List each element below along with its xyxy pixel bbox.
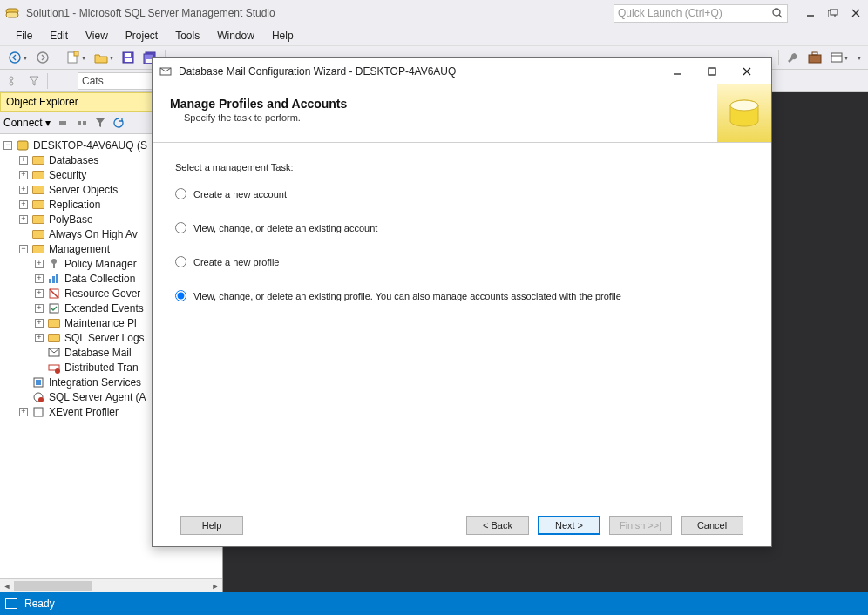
server-icon <box>16 139 30 152</box>
status-text: Ready <box>24 598 55 610</box>
menu-file[interactable]: File <box>7 27 41 44</box>
collapse-icon[interactable]: − <box>19 245 28 253</box>
connect-dropdown[interactable]: Connect ▾ <box>3 117 51 129</box>
expand-icon[interactable]: + <box>35 260 44 268</box>
tools-button[interactable] <box>783 48 803 67</box>
radio-input[interactable] <box>175 188 186 199</box>
expand-icon[interactable]: + <box>35 319 44 328</box>
scroll-right-arrow[interactable]: ► <box>209 581 221 591</box>
svg-rect-32 <box>52 276 55 283</box>
radio-view-account[interactable]: View, change, or delete an existing acco… <box>175 222 749 233</box>
radio-create-account[interactable]: Create a new account <box>175 188 749 199</box>
title-bar: Solution1 - Microsoft SQL Server Managem… <box>0 0 868 26</box>
svg-rect-19 <box>809 55 821 63</box>
folder-icon <box>47 317 61 329</box>
tree-label: DESKTOP-4AV6AUQ (S <box>33 139 147 152</box>
expand-icon[interactable]: + <box>19 156 28 165</box>
expand-icon[interactable]: + <box>19 171 28 179</box>
maximize-button[interactable] <box>826 6 840 20</box>
folder-icon <box>31 199 45 211</box>
tree-label: Policy Manager <box>64 258 137 270</box>
svg-rect-18 <box>146 59 152 63</box>
save-button[interactable] <box>119 48 138 67</box>
radio-input[interactable] <box>175 290 186 301</box>
radio-input[interactable] <box>175 222 186 233</box>
tree-label: Distributed Tran <box>64 362 139 374</box>
svg-rect-30 <box>53 263 55 268</box>
window-button[interactable]: ▾ <box>827 48 851 67</box>
expand-icon[interactable]: + <box>35 274 44 283</box>
tree-label: PolyBase <box>49 213 93 226</box>
cancel-button[interactable]: Cancel <box>681 516 743 535</box>
expand-icon[interactable]: + <box>19 408 28 416</box>
back-button[interactable]: < Back <box>466 516 529 535</box>
finish-button: Finish >>| <box>609 516 672 535</box>
svg-rect-26 <box>78 121 81 125</box>
dialog-header-subtitle: Specify the task to perform. <box>184 112 700 123</box>
svg-rect-31 <box>49 279 51 283</box>
svg-rect-1 <box>6 12 18 17</box>
overflow-button[interactable]: ▾ <box>854 51 865 65</box>
dialog-close-button[interactable] <box>729 59 764 84</box>
minimize-button[interactable] <box>804 6 817 20</box>
separator <box>47 73 48 89</box>
nav-back-button[interactable]: ▾ <box>4 48 31 67</box>
expand-icon[interactable]: + <box>19 215 28 224</box>
expand-icon[interactable]: + <box>35 304 44 313</box>
object-explorer-label: Object Explorer <box>6 96 78 108</box>
menu-edit[interactable]: Edit <box>41 27 77 44</box>
close-button[interactable] <box>849 6 863 20</box>
connect-icon[interactable] <box>54 113 71 132</box>
next-button[interactable]: Next > <box>538 516 600 535</box>
scroll-left-arrow[interactable]: ◄ <box>1 581 13 591</box>
toolbox-button[interactable] <box>804 48 825 67</box>
refresh-icon[interactable] <box>110 113 127 132</box>
menu-help[interactable]: Help <box>263 27 302 44</box>
svg-rect-47 <box>709 68 715 75</box>
quick-launch-input[interactable]: Quick Launch (Ctrl+Q) <box>614 4 788 23</box>
collapse-icon[interactable]: − <box>3 141 12 150</box>
connect-label: Connect <box>3 117 43 129</box>
dialog-maximize-button[interactable] <box>695 59 729 84</box>
menu-view[interactable]: View <box>77 27 117 44</box>
help-button[interactable]: Help <box>180 516 243 535</box>
tree-label: Server Objects <box>49 184 118 196</box>
tree-label: Database Mail <box>64 347 132 359</box>
expand-icon[interactable]: + <box>35 289 44 298</box>
dialog-title: Database Mail Configuration Wizard - DES… <box>179 65 660 78</box>
expand-icon[interactable]: + <box>19 186 28 194</box>
dialog-minimize-button[interactable] <box>660 59 695 84</box>
filter-button[interactable] <box>25 71 43 91</box>
tree-label: Maintenance Pl <box>64 317 137 329</box>
dialog-body: Select a management Task: Create a new a… <box>153 143 771 503</box>
new-query-button[interactable]: ▾ <box>63 48 89 67</box>
nav-forward-button[interactable] <box>32 48 53 67</box>
tree-label: Resource Gover <box>64 287 140 300</box>
menu-window[interactable]: Window <box>208 27 263 44</box>
folder-icon <box>31 184 45 196</box>
svg-rect-44 <box>34 408 43 416</box>
dtc-icon <box>47 362 61 374</box>
menu-tools[interactable]: Tools <box>166 27 208 44</box>
agent-icon <box>31 391 45 403</box>
horizontal-scrollbar[interactable]: ◄ ► <box>0 578 222 592</box>
radio-view-profile[interactable]: View, change, or delete an existing prof… <box>175 290 749 301</box>
policy-icon <box>47 258 61 270</box>
svg-rect-12 <box>74 51 78 56</box>
expand-icon[interactable]: + <box>19 200 28 209</box>
radio-input[interactable] <box>175 256 186 267</box>
folder-icon <box>47 332 61 344</box>
tree-label: Data Collection <box>64 273 135 285</box>
disconnect-icon[interactable] <box>73 113 91 132</box>
folder-icon <box>31 213 45 226</box>
branch-button[interactable] <box>4 71 24 91</box>
open-button[interactable]: ▾ <box>91 48 117 67</box>
menu-project[interactable]: Project <box>117 27 166 44</box>
filter-icon[interactable] <box>92 113 108 132</box>
tree-label: Always On High Av <box>49 228 138 240</box>
tree-label: Extended Events <box>64 302 144 314</box>
radio-create-profile[interactable]: Create a new profile <box>175 256 749 267</box>
scroll-thumb[interactable] <box>14 581 92 591</box>
svg-rect-21 <box>831 53 842 62</box>
expand-icon[interactable]: + <box>35 334 44 342</box>
